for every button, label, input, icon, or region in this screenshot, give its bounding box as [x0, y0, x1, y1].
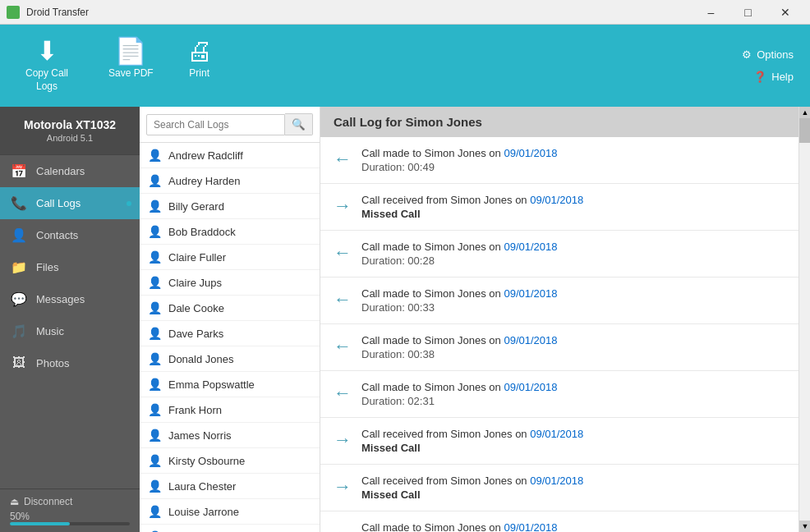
- disconnect-button[interactable]: ⏏ Disconnect: [10, 496, 130, 507]
- title-bar-title: Droid Transfer: [26, 7, 686, 18]
- call-info: Call made to Simon Jones on 09/01/2018 D…: [361, 241, 785, 267]
- app-body: ⬇ Copy Call Logs 📄 Save PDF 🖨 Print ⚙ Op…: [0, 25, 810, 532]
- contact-item[interactable]: 👤 Donald Jones: [140, 346, 320, 372]
- outgoing-arrow-icon: ←: [334, 289, 352, 310]
- disconnect-icon: ⏏: [10, 496, 19, 507]
- person-icon: 👤: [148, 352, 162, 365]
- active-indicator: [127, 201, 131, 206]
- progress-bar-bg: [10, 522, 130, 525]
- contact-item[interactable]: 👤 Claire Fuller: [140, 245, 320, 270]
- content-area: Motorola XT1032 Android 5.1 📅 Calendars …: [0, 107, 810, 532]
- gear-icon: ⚙: [742, 48, 752, 61]
- person-icon: 👤: [148, 327, 162, 340]
- search-box: 🔍: [140, 107, 320, 143]
- sidebar-footer: ⏏ Disconnect 50%: [0, 488, 140, 532]
- pdf-icon: 📄: [114, 38, 147, 64]
- contact-item[interactable]: 👤 Laura Chester: [140, 474, 320, 499]
- contact-item[interactable]: 👤 Louise Jarrone: [140, 499, 320, 525]
- calendars-icon: 📅: [10, 163, 28, 179]
- sidebar-item-photos[interactable]: 🖼 Photos: [0, 347, 140, 378]
- toolbar: ⬇ Copy Call Logs 📄 Save PDF 🖨 Print ⚙ Op…: [0, 25, 810, 107]
- contact-item[interactable]: 👤 Claire Jups: [140, 270, 320, 296]
- call-info: Call made to Simon Jones on 09/01/2018 D…: [361, 521, 785, 532]
- contact-item[interactable]: 👤 Dave Parks: [140, 321, 320, 346]
- sidebar-item-music[interactable]: 🎵 Music: [0, 315, 140, 347]
- sidebar-item-contacts[interactable]: 👤 Contacts: [0, 219, 140, 251]
- scroll-thumb[interactable]: [799, 118, 810, 143]
- print-button[interactable]: 🖨 Print: [178, 33, 221, 98]
- call-info: Call made to Simon Jones on 09/01/2018 D…: [361, 147, 785, 173]
- call-info: Call received from Simon Jones on 09/01/…: [361, 475, 785, 501]
- contact-item[interactable]: 👤 Bob Braddock: [140, 219, 320, 245]
- contact-item[interactable]: 👤 James Norris: [140, 423, 320, 448]
- search-button[interactable]: 🔍: [285, 113, 313, 135]
- minimize-button[interactable]: –: [693, 0, 729, 25]
- contact-item[interactable]: 👤 Kirsty Osbourne: [140, 448, 320, 474]
- person-icon: 👤: [148, 403, 162, 416]
- search-icon: 🔍: [292, 118, 306, 131]
- person-icon: 👤: [148, 429, 162, 442]
- callog-header: Call Log for Simon Jones: [320, 107, 798, 137]
- maximize-button[interactable]: □: [729, 0, 766, 25]
- device-info: Motorola XT1032 Android 5.1: [0, 107, 140, 155]
- callog-list: ← Call made to Simon Jones on 09/01/2018…: [320, 137, 798, 532]
- scroll-track: [799, 118, 810, 521]
- person-icon: 👤: [148, 250, 162, 264]
- copy-call-logs-button[interactable]: ⬇ Copy Call Logs: [10, 33, 84, 98]
- contact-item[interactable]: 👤 Billy Gerard: [140, 194, 320, 219]
- person-icon: 👤: [148, 174, 162, 187]
- callog-panel: Call Log for Simon Jones ← Call made to …: [320, 107, 798, 532]
- callog-entry: → Call received from Simon Jones on 09/0…: [320, 184, 798, 231]
- app-icon: [7, 6, 20, 19]
- contact-item[interactable]: 👤 Audrey Harden: [140, 168, 320, 194]
- contact-item[interactable]: 👤 Emma Popswattle: [140, 372, 320, 397]
- sidebar-item-files[interactable]: 📁 Files: [0, 251, 140, 283]
- person-icon: 👤: [148, 225, 162, 238]
- call-info: Call received from Simon Jones on 09/01/…: [361, 428, 785, 454]
- save-pdf-button[interactable]: 📄 Save PDF: [100, 33, 162, 98]
- call-info: Call made to Simon Jones on 09/01/2018 D…: [361, 287, 785, 314]
- contact-item[interactable]: 👤 Frank Horn: [140, 397, 320, 423]
- person-icon: 👤: [148, 454, 162, 467]
- outgoing-arrow-icon: ←: [334, 336, 352, 357]
- search-input[interactable]: [146, 114, 285, 135]
- contacts-list: 👤 Andrew Radcliff👤 Audrey Harden👤 Billy …: [140, 143, 320, 532]
- person-icon: 👤: [148, 200, 162, 213]
- callog-entry: → Call received from Simon Jones on 09/0…: [320, 465, 798, 511]
- contacts-panel: 🔍 👤 Andrew Radcliff👤 Audrey Harden👤 Bill…: [140, 107, 320, 532]
- help-button[interactable]: ❓ Help: [747, 67, 800, 86]
- callog-entry: → Call received from Simon Jones on 09/0…: [320, 418, 798, 465]
- outgoing-arrow-icon: ←: [334, 523, 352, 532]
- toolbar-right: ⚙ Options ❓ Help: [735, 45, 800, 86]
- storage-indicator: 50%: [10, 511, 130, 525]
- files-icon: 📁: [10, 259, 28, 275]
- scroll-down-arrow[interactable]: ▼: [799, 521, 810, 532]
- callog-entry: ← Call made to Simon Jones on 09/01/2018…: [320, 137, 798, 184]
- sidebar-item-call-logs[interactable]: 📞 Call Logs: [0, 187, 140, 219]
- contact-item[interactable]: 👤 Dale Cooke: [140, 296, 320, 321]
- close-button[interactable]: ✕: [766, 0, 803, 25]
- help-icon: ❓: [753, 71, 766, 83]
- sidebar-item-messages[interactable]: 💬 Messages: [0, 283, 140, 315]
- callog-scrollbar: ▲ ▼: [798, 107, 810, 532]
- call-info: Call made to Simon Jones on 09/01/2018 D…: [361, 334, 785, 360]
- toolbar-actions: ⬇ Copy Call Logs 📄 Save PDF 🖨 Print: [10, 33, 735, 98]
- contacts-icon: 👤: [10, 227, 28, 243]
- incoming-arrow-icon: →: [334, 429, 352, 451]
- call-logs-icon: 📞: [10, 195, 28, 211]
- person-icon: 👤: [148, 505, 162, 518]
- contact-item[interactable]: 👤 Mark Riley: [140, 525, 320, 532]
- call-info: Call made to Simon Jones on 09/01/2018 D…: [361, 381, 785, 407]
- options-button[interactable]: ⚙ Options: [735, 45, 800, 64]
- device-name: Motorola XT1032: [10, 118, 130, 131]
- outgoing-arrow-icon: ←: [334, 383, 352, 404]
- copy-icon: ⬇: [36, 38, 58, 64]
- sidebar: Motorola XT1032 Android 5.1 📅 Calendars …: [0, 107, 140, 532]
- person-icon: 👤: [148, 479, 162, 493]
- outgoing-arrow-icon: ←: [334, 242, 352, 264]
- sidebar-item-calendars[interactable]: 📅 Calendars: [0, 155, 140, 187]
- callog-entry: ← Call made to Simon Jones on 09/01/2018…: [320, 511, 798, 532]
- scroll-up-arrow[interactable]: ▲: [799, 107, 810, 118]
- outgoing-arrow-icon: ←: [334, 149, 352, 170]
- contact-item[interactable]: 👤 Andrew Radcliff: [140, 143, 320, 168]
